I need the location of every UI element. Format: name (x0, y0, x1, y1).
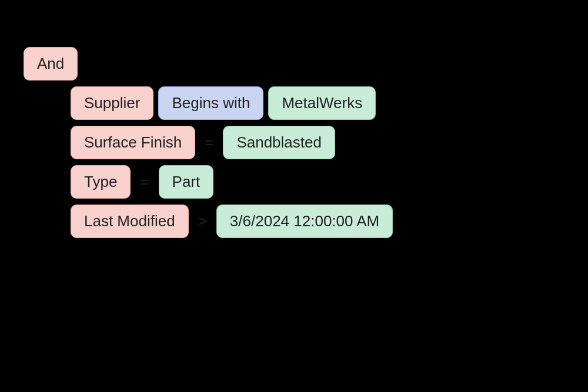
supplier-field-chip[interactable]: Supplier (71, 86, 153, 120)
filter-container: And Supplier Begins with MetalWerks Surf… (0, 0, 588, 392)
and-row: And (24, 47, 393, 81)
type-row: Type = Part (71, 165, 393, 199)
type-value-chip[interactable]: Part (159, 165, 214, 199)
last-modified-field-chip[interactable]: Last Modified (71, 205, 189, 238)
surface-finish-row: Surface Finish = Sandblasted (71, 126, 393, 159)
type-field-chip[interactable]: Type (71, 165, 131, 199)
supplier-operator-chip[interactable]: Begins with (158, 86, 263, 120)
supplier-value-chip[interactable]: MetalWerks (268, 86, 376, 120)
surface-finish-value-chip[interactable]: Sandblasted (223, 126, 335, 159)
last-modified-value-chip[interactable]: 3/6/2024 12:00:00 AM (216, 205, 393, 238)
and-chip[interactable]: And (24, 47, 78, 81)
type-operator: = (135, 166, 153, 198)
last-modified-operator: > (193, 205, 212, 237)
supplier-row: Supplier Begins with MetalWerks (71, 86, 393, 120)
surface-finish-field-chip[interactable]: Surface Finish (71, 126, 195, 159)
surface-finish-operator: = (200, 126, 218, 159)
last-modified-row: Last Modified > 3/6/2024 12:00:00 AM (71, 205, 393, 238)
filter-block: And Supplier Begins with MetalWerks Surf… (24, 47, 393, 238)
